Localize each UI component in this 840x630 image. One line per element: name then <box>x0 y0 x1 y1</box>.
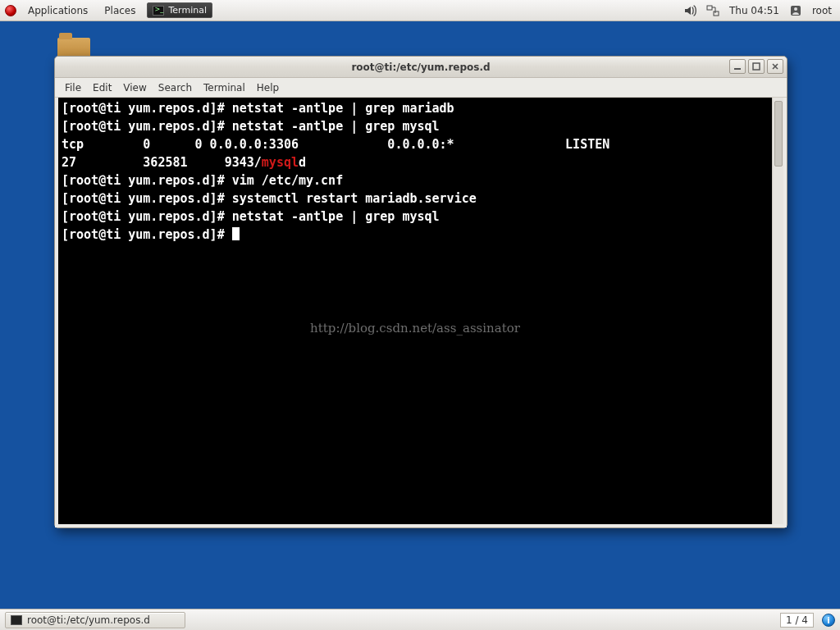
terminal-window: root@ti:/etc/yum.repos.d File Edit View … <box>54 56 788 528</box>
svg-rect-0 <box>707 6 712 10</box>
scrollbar-thumb[interactable] <box>774 101 783 167</box>
terminal-cursor <box>232 227 240 240</box>
svg-rect-1 <box>714 11 719 16</box>
menu-help[interactable]: Help <box>257 82 279 94</box>
term-line: d <box>299 155 387 170</box>
terminal-menubar: File Edit View Search Terminal Help <box>55 78 787 98</box>
menu-search[interactable]: Search <box>158 82 192 94</box>
info-icon[interactable]: i <box>822 614 835 627</box>
terminal-icon <box>11 615 22 625</box>
term-line: [root@ti yum.repos.d]# vim /etc/my.cnf <box>62 173 343 188</box>
clock[interactable]: Thu 04:51 <box>729 5 779 16</box>
window-titlebar[interactable]: root@ti:/etc/yum.repos.d <box>55 57 787 78</box>
svg-rect-5 <box>753 63 760 70</box>
bottom-panel: root@ti:/etc/yum.repos.d 1 / 4 i <box>0 609 840 630</box>
close-button[interactable] <box>767 59 783 74</box>
taskbar-terminal-button[interactable]: >_ Terminal <box>147 2 212 18</box>
top-panel: Applications Places >_ Terminal Thu 04:5… <box>0 0 840 21</box>
maximize-button[interactable] <box>748 59 765 74</box>
workspace-indicator[interactable]: 1 / 4 <box>780 613 814 628</box>
term-line: 27 362581 9343/ <box>62 155 262 170</box>
taskbar-terminal-label: Terminal <box>168 5 207 16</box>
term-line: [root@ti yum.repos.d]# systemctl restart… <box>62 191 477 206</box>
menu-terminal[interactable]: Terminal <box>203 82 245 94</box>
svg-point-3 <box>794 7 797 11</box>
term-line: [root@ti yum.repos.d]# netstat -antlpe |… <box>62 209 440 224</box>
svg-rect-4 <box>734 68 741 70</box>
minimize-button[interactable] <box>729 59 746 74</box>
volume-icon[interactable] <box>683 4 696 17</box>
terminal-scrollbar[interactable] <box>772 98 783 524</box>
network-icon[interactable] <box>706 4 719 17</box>
taskbar-window-label: root@ti:/etc/yum.repos.d <box>27 614 150 626</box>
term-prompt: [root@ti yum.repos.d]# <box>62 227 232 242</box>
menu-view[interactable]: View <box>123 82 146 94</box>
menu-file[interactable]: File <box>65 82 81 94</box>
watermark-text: http://blog.csdn.net/ass_assinator <box>58 319 772 337</box>
terminal-icon: >_ <box>153 6 164 16</box>
window-title: root@ti:/etc/yum.repos.d <box>351 62 490 73</box>
user-switch-icon[interactable] <box>789 4 802 17</box>
distro-logo-icon <box>5 5 16 16</box>
taskbar-window-button[interactable]: root@ti:/etc/yum.repos.d <box>5 612 185 628</box>
term-line: [root@ti yum.repos.d]# netstat -antlpe |… <box>62 119 440 134</box>
menu-edit[interactable]: Edit <box>93 82 112 94</box>
term-line: tcp 0 0 0.0.0.0:3306 0.0.0.0:* LISTEN <box>62 137 646 152</box>
terminal-output[interactable]: [root@ti yum.repos.d]# netstat -antlpe |… <box>58 98 772 524</box>
applications-menu[interactable]: Applications <box>23 5 93 16</box>
grep-match: mysql <box>262 155 299 170</box>
term-line: [root@ti yum.repos.d]# netstat -antlpe |… <box>62 101 454 116</box>
places-menu[interactable]: Places <box>99 5 140 16</box>
user-label[interactable]: root <box>812 5 832 16</box>
